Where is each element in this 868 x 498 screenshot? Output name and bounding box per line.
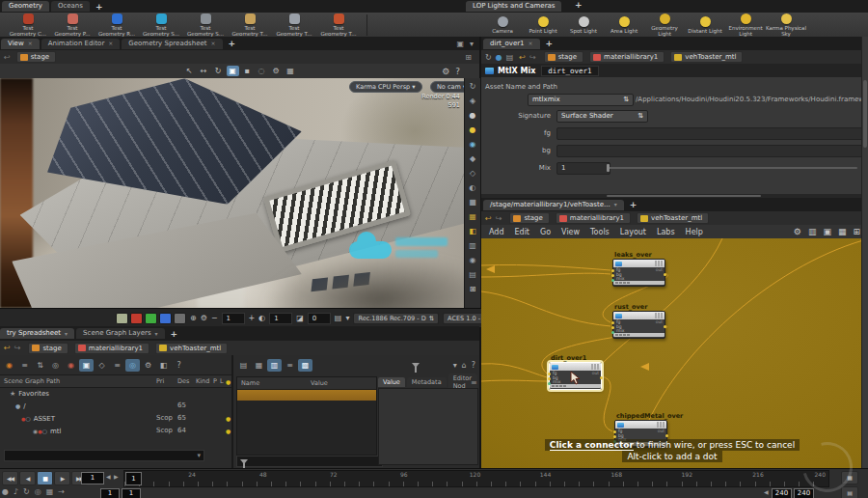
more-icon[interactable]: ≡ xyxy=(471,378,477,387)
network-toolbar-icon[interactable]: ▣ xyxy=(823,227,831,236)
offset-field[interactable]: 0 xyxy=(308,313,331,324)
tree-toolbar-icon[interactable]: ◉ xyxy=(64,359,78,372)
light-tool[interactable]: Camera xyxy=(482,15,523,34)
timeline-ruler[interactable]: 24487296120144168192216240 1 xyxy=(123,470,829,487)
breadcrumb-chip[interactable]: materiallibrary1 xyxy=(589,51,665,63)
chevron-down-icon[interactable]: ▾ xyxy=(345,314,349,322)
viewport-display-icon[interactable]: ■ xyxy=(469,196,476,209)
light-tool[interactable]: Distant Light xyxy=(685,15,725,34)
transport-button[interactable]: ◀◀ xyxy=(2,471,18,485)
layer-flag-dot[interactable]: ● xyxy=(226,412,231,425)
input-pin-bg[interactable] xyxy=(611,274,614,277)
output-pin[interactable] xyxy=(600,376,603,379)
playback-option-icon[interactable]: ● xyxy=(2,487,9,496)
right-scrollbar[interactable] xyxy=(861,37,868,468)
back-icon[interactable]: ↩ xyxy=(485,214,492,223)
transport-button[interactable]: ▶ xyxy=(54,471,70,485)
mix-field[interactable]: 1 xyxy=(556,162,610,175)
mix-slider[interactable] xyxy=(609,167,857,169)
material-node[interactable]: leaks_over fg bg mix out xyxy=(612,259,665,287)
tree-toolbar-icon[interactable]: ◧ xyxy=(156,359,171,372)
spinner-icon[interactable]: ⇅ xyxy=(623,95,629,105)
param-pane-icon[interactable]: ▤ xyxy=(506,53,514,62)
node-header[interactable] xyxy=(613,312,665,319)
playback-option-icon[interactable]: → xyxy=(58,487,65,496)
menu-item[interactable]: Tools xyxy=(590,228,610,236)
frame-inc-button[interactable]: ▶ xyxy=(114,473,119,480)
range-total-field[interactable]: 240 xyxy=(794,488,814,498)
shelf-tab[interactable]: Oceans xyxy=(51,1,90,12)
viewport-display-icon[interactable]: ↻ xyxy=(470,80,476,94)
forward-icon[interactable]: ↪ xyxy=(496,214,502,223)
viewport-tool-icon[interactable]: ⚙ xyxy=(270,66,283,76)
tree-row[interactable]: ● ○ ASSET Scop 65 ● xyxy=(0,412,231,425)
output-pin[interactable] xyxy=(664,273,666,276)
breadcrumb-chip[interactable]: stage xyxy=(544,51,583,63)
node-flags[interactable] xyxy=(591,364,599,370)
input-pin-mix[interactable] xyxy=(548,382,551,385)
tree-toolbar-icon[interactable]: ◇ xyxy=(95,359,109,372)
input-pin-fg[interactable] xyxy=(611,269,614,272)
channel-swatch[interactable] xyxy=(159,313,172,324)
material-node[interactable]: rust_over fg bg mix out xyxy=(612,311,665,339)
viewport-tool-icon[interactable]: ↻ xyxy=(212,66,225,76)
node-header[interactable] xyxy=(550,363,601,371)
shelf-tool[interactable]: Test Geometry R... xyxy=(95,13,139,37)
shelf-tab-lop-lights[interactable]: LOP Lights and Cameras xyxy=(466,1,561,12)
node-flags[interactable] xyxy=(655,313,663,318)
chevron-down-icon[interactable]: ▾ xyxy=(614,201,617,208)
inspector-tab[interactable]: Metadata xyxy=(407,377,447,387)
pane-add-tab-button[interactable]: + xyxy=(167,329,182,339)
camera-selector[interactable]: No cam ▾ xyxy=(430,81,464,93)
node-footer[interactable] xyxy=(613,333,665,337)
path-pin-icon[interactable]: ⊞ xyxy=(465,53,472,62)
viewport-display-icon[interactable]: ◧ xyxy=(469,225,476,238)
film-icon[interactable]: ▤ xyxy=(335,314,342,322)
network-toolbar-icon[interactable]: ⚙ xyxy=(794,227,801,236)
viewport-display-icon[interactable]: ◉ xyxy=(470,138,476,152)
corner-icon[interactable]: ⌂ xyxy=(462,361,467,370)
inspector-toolbar-icon[interactable]: ▤ xyxy=(236,359,251,372)
viewport-display-icon[interactable]: ● xyxy=(470,124,476,137)
pane-tab[interactable]: Geometry Spreadsheet× xyxy=(122,39,222,49)
breadcrumb-chip[interactable]: stage xyxy=(509,212,549,224)
pane-add-tab-button[interactable]: + xyxy=(542,39,557,48)
close-icon[interactable]: × xyxy=(28,40,33,46)
signature-select[interactable]: Surface Shader⇅ xyxy=(556,110,648,123)
tree-toolbar-icon[interactable]: ▣ xyxy=(79,359,94,372)
network-toolbar-icon[interactable]: ▦ xyxy=(838,227,847,236)
playbar-corner-button[interactable]: ▤ xyxy=(841,486,858,498)
pane-add-tab-button[interactable]: + xyxy=(626,200,641,209)
close-icon[interactable]: × xyxy=(529,40,533,46)
scrollbar-thumb[interactable] xyxy=(607,195,761,197)
tree-toolbar-icon[interactable]: ◎ xyxy=(48,359,63,372)
breadcrumb-chip[interactable]: vehToaster_mtl xyxy=(155,343,228,354)
scrollbar-thumb[interactable] xyxy=(863,80,867,148)
viewport-display-icon[interactable]: ● xyxy=(470,109,476,123)
transport-button[interactable]: ■ xyxy=(37,471,53,485)
param-pane-icon[interactable]: ↻ xyxy=(485,53,492,62)
minus-button[interactable]: − xyxy=(211,314,218,322)
frame-dec-button[interactable]: ◀ xyxy=(106,473,111,480)
node-header[interactable] xyxy=(615,421,666,429)
shelf-tool[interactable]: Test Geometry S... xyxy=(139,13,183,37)
bg-field[interactable] xyxy=(556,145,865,157)
back-icon[interactable]: ↩ xyxy=(519,53,526,62)
network-editor-canvas[interactable]: leaks_over fg bg mix out xyxy=(481,238,863,468)
viewport-display-icon[interactable]: ◇ xyxy=(470,167,475,180)
node-flags[interactable] xyxy=(655,261,663,266)
gear-icon[interactable]: ⚙ xyxy=(201,314,207,322)
light-tool[interactable]: Point Light xyxy=(523,15,563,34)
pane-tab[interactable]: Animation Editor× xyxy=(41,39,121,49)
light-tool[interactable]: Environment Light xyxy=(725,13,766,37)
node-header[interactable] xyxy=(613,260,665,267)
pane-tab[interactable]: View× xyxy=(1,39,40,49)
chevron-down-icon[interactable]: ▾ xyxy=(155,330,158,337)
renderer-selector[interactable]: Karma CPU Persp ▾ xyxy=(349,81,422,93)
layer-flag-dot[interactable]: ● xyxy=(226,425,231,437)
breadcrumb-chip[interactable]: vehToaster_mtl xyxy=(637,212,709,224)
shelf-add-tab-button-right[interactable]: + xyxy=(571,0,586,10)
input-pin-mix[interactable] xyxy=(611,331,614,334)
channel-swatch[interactable] xyxy=(130,313,143,324)
viewport-gear-icon[interactable]: ⚙ xyxy=(442,67,449,76)
